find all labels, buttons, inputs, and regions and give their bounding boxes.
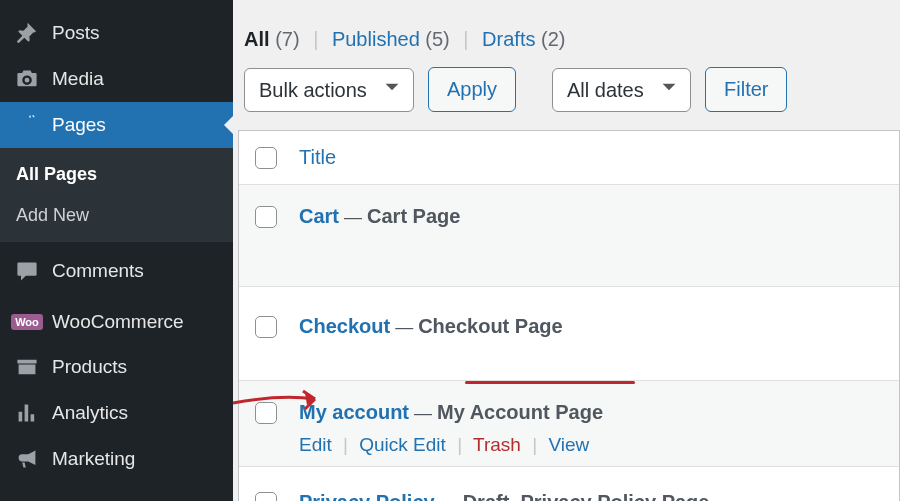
page-title-link[interactable]: Cart: [299, 205, 339, 227]
quick-edit-link[interactable]: Quick Edit: [359, 434, 446, 455]
page-states: My Account Page: [437, 401, 603, 423]
filter-all[interactable]: All: [244, 28, 270, 50]
archive-icon: [14, 355, 40, 379]
row-checkbox[interactable]: [255, 316, 277, 338]
sidebar-item-woocommerce[interactable]: Woo WooCommerce: [0, 300, 233, 344]
status-filters: All (7) | Published (5) | Drafts (2): [238, 28, 900, 67]
select-all-checkbox[interactable]: [255, 147, 277, 169]
column-title[interactable]: Title: [299, 146, 336, 169]
sidebar-item-media[interactable]: Media: [0, 56, 233, 102]
edit-link[interactable]: Edit: [299, 434, 332, 455]
sidebar-item-analytics[interactable]: Analytics: [0, 390, 233, 436]
toolbar: Bulk actions Apply All dates Filter: [238, 67, 900, 130]
view-link[interactable]: View: [548, 434, 589, 455]
sidebar-item-pages[interactable]: Pages: [0, 102, 233, 148]
pages-submenu: All Pages Add New: [0, 148, 233, 242]
sidebar-item-label: Posts: [52, 22, 100, 44]
admin-sidebar: Posts Media Pages All Pages Add New Comm…: [0, 0, 233, 501]
woo-icon: Woo: [14, 314, 40, 330]
sidebar-item-products[interactable]: Products: [0, 344, 233, 390]
sidebar-item-label: Media: [52, 68, 104, 90]
table-row: Checkout — Checkout Page: [239, 287, 899, 381]
sidebar-item-comments[interactable]: Comments: [0, 248, 233, 294]
page-title-link[interactable]: Privacy Policy: [299, 491, 435, 501]
pages-table: Title Cart — Cart Page . Checkout — Chec…: [238, 130, 900, 501]
filter-published[interactable]: Published: [332, 28, 420, 50]
apply-button[interactable]: Apply: [428, 67, 516, 112]
pages-icon: [14, 113, 40, 137]
sidebar-item-label: Marketing: [52, 448, 135, 470]
filter-drafts-count: (2): [541, 28, 565, 50]
submenu-all-pages[interactable]: All Pages: [0, 154, 233, 195]
table-header: Title: [239, 131, 899, 185]
row-checkbox[interactable]: [255, 492, 277, 502]
page-states: Cart Page: [367, 205, 460, 227]
sidebar-item-label: WooCommerce: [52, 311, 184, 333]
filter-button[interactable]: Filter: [705, 67, 787, 112]
bars-icon: [14, 401, 40, 425]
sidebar-item-label: Analytics: [52, 402, 128, 424]
sidebar-item-label: Products: [52, 356, 127, 378]
megaphone-icon: [14, 447, 40, 471]
row-actions: Edit | Quick Edit | Trash | View: [255, 424, 883, 456]
camera-icon: [14, 67, 40, 91]
sidebar-item-posts[interactable]: Posts: [0, 10, 233, 56]
annotation-underline: [465, 381, 635, 384]
row-checkbox[interactable]: [255, 206, 277, 228]
comment-icon: [14, 259, 40, 283]
sidebar-item-label: Pages: [52, 114, 106, 136]
submenu-add-new[interactable]: Add New: [0, 195, 233, 236]
pin-icon: [14, 21, 40, 45]
table-row: Cart — Cart Page .: [239, 185, 899, 287]
sidebar-item-marketing[interactable]: Marketing: [0, 436, 233, 473]
page-title-link[interactable]: Checkout: [299, 315, 390, 337]
page-states: Draft, Privacy Policy Page: [463, 491, 710, 501]
filter-drafts[interactable]: Drafts: [482, 28, 535, 50]
page-states: Checkout Page: [418, 315, 562, 337]
sidebar-item-label: Comments: [52, 260, 144, 282]
pages-list-screen: All (7) | Published (5) | Drafts (2) Bul…: [233, 0, 900, 501]
filter-all-count: (7): [275, 28, 299, 50]
trash-link[interactable]: Trash: [473, 434, 521, 455]
annotation-arrow: [231, 388, 331, 419]
date-filter-select[interactable]: All dates: [552, 68, 691, 112]
table-row: My account — My Account Page Edit | Quic…: [239, 381, 899, 467]
bulk-actions-select[interactable]: Bulk actions: [244, 68, 414, 112]
filter-published-count: (5): [425, 28, 449, 50]
table-row: Privacy Policy — Draft, Privacy Policy P…: [239, 467, 899, 501]
